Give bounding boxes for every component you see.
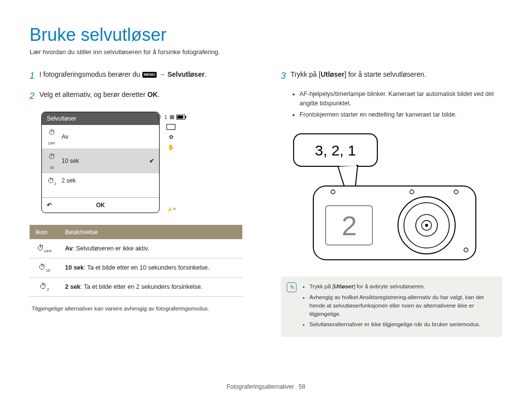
timer-status-icon: ⏱ — [157, 114, 162, 120]
step1-bold: Selvutløser — [167, 70, 204, 78]
page-subtitle: Lær hvordan du stiller inn selvutløseren… — [30, 48, 502, 56]
timer-10-icon: ⏱10 — [30, 258, 59, 278]
menu-row-label: 10 sek — [62, 157, 79, 164]
bubble-text: 3, 2, 1 — [315, 142, 356, 158]
macro-icon: ✿ — [169, 134, 173, 140]
step3-bold: Utløser — [321, 70, 344, 78]
ok-icon: OK — [147, 91, 158, 98]
row-rest: : Selvutløseren er ikke aktiv. — [73, 245, 149, 252]
table-head-icon: Ikon — [30, 225, 59, 239]
menu-footer: ↶ OK — [42, 197, 159, 213]
info-icon: ✎ — [287, 282, 297, 292]
front-screen-number: 2 — [341, 210, 357, 241]
burst-icon: ▦ — [169, 114, 174, 120]
list-item: AF-hjelpelys/timerlampe blinker. Kamerae… — [299, 90, 502, 108]
camera-menu-screenshot: Selvutløser ⏱OFF Av ⏱10 10 sek ✔ ⏱2 2 se… — [41, 112, 251, 213]
flash-auto-icon: ⚡ᴬ — [166, 207, 176, 213]
menu-row-label: 2 sek — [62, 177, 76, 184]
row-rest: : Ta et bilde etter en 10 sekunders fors… — [84, 264, 209, 271]
back-button[interactable]: ↶ — [47, 202, 76, 209]
footer-section: Fotograferingsalternativer — [227, 383, 294, 390]
battery-icon — [176, 115, 185, 120]
page-footer: Fotograferingsalternativer 58 — [0, 383, 532, 390]
table-row: ⏱10 10 sek: Ta et bilde etter en 10 seku… — [30, 258, 242, 278]
row-rest: : Ta et bilde etter en 2 sekunders forsi… — [80, 283, 202, 290]
table-row: ⏱OFF Av: Selvutløseren er ikke aktiv. — [30, 239, 242, 258]
options-table: Ikon Beskrivelse ⏱OFF Av: Selvutløseren … — [30, 225, 242, 297]
stabilizer-icon: ✋ — [167, 144, 174, 151]
timer-off-icon: ⏱OFF — [30, 239, 59, 258]
menu-row-off[interactable]: ⏱OFF Av — [42, 125, 159, 149]
row-bold: Av — [65, 245, 73, 252]
step2-post: . — [158, 91, 160, 98]
step3-bullets: AF-hjelpelys/timerlampe blinker. Kamerae… — [293, 90, 502, 119]
row-bold: 2 sek — [65, 283, 80, 290]
step-number: 1 — [30, 69, 39, 83]
menu-box: Selvutløser ⏱OFF Av ⏱10 10 sek ✔ ⏱2 2 se… — [41, 112, 160, 213]
right-column: 3 Trykk på [Utløser] for å starte selvut… — [281, 69, 502, 337]
menu-row-10sek[interactable]: ⏱10 10 sek ✔ — [42, 149, 159, 173]
shot-count: 1 — [164, 114, 167, 120]
menu-header: Selvutløser — [42, 112, 159, 125]
camera-illustration: 3, 2, 1 2 — [284, 132, 491, 265]
svg-point-10 — [425, 224, 428, 227]
timer-2-icon: ⏱2 — [47, 177, 57, 185]
menu-icon: MENU — [142, 72, 157, 78]
timer-2-icon: ⏱2 — [30, 278, 59, 297]
display-mode-icon — [166, 124, 175, 130]
side-status-icons: ⏱ 1 ▦ ✿ ✋ ⚡ᴬ — [165, 112, 177, 213]
menu-list: ⏱OFF Av ⏱10 10 sek ✔ ⏱2 2 sek — [42, 125, 159, 197]
arrow-icon: → — [159, 70, 167, 78]
step2-text: Velg et alternativ, og berør deretter — [39, 91, 147, 98]
check-icon: ✔ — [149, 157, 154, 164]
step-3: 3 Trykk på [Utløser] for å starte selvut… — [281, 69, 502, 83]
step1-post: . — [204, 70, 206, 78]
step1-pre: I fotograferingsmodus berører du — [39, 70, 142, 78]
row-bold: 10 sek — [65, 264, 84, 271]
step3-post: ] for å starte selvutløseren. — [344, 70, 426, 78]
step3-pre: Trykk på [ — [291, 70, 321, 78]
list-item: Selutløseralternativer er ikke tilgjenge… — [309, 320, 496, 329]
table-head-desc: Beskrivelse — [59, 225, 242, 239]
list-item: Trykk på [Utløser] for å avbryte selvutl… — [309, 282, 496, 291]
timer-off-icon: ⏱OFF — [47, 128, 57, 145]
list-item: Frontskjermen starter en nedtelling før … — [299, 110, 502, 120]
menu-row-label: Av — [62, 133, 68, 140]
table-row: ⏱2 2 sek: Ta et bilde etter en 2 sekunde… — [30, 278, 242, 297]
step-2: 2 Velg et alternativ, og berør deretter … — [30, 90, 251, 103]
ok-button[interactable]: OK — [76, 202, 125, 209]
list-item: Avhengig av hvilket Ansiktsregistrering-… — [309, 293, 496, 319]
page-title: Bruke selvutløser — [30, 25, 502, 45]
step-1: 1 I fotograferingsmodus berører du MENU … — [30, 69, 251, 83]
left-column: 1 I fotograferingsmodus berører du MENU … — [30, 69, 251, 337]
step-number: 2 — [30, 90, 39, 103]
timer-10-icon: ⏱10 — [47, 153, 57, 169]
page-number: 58 — [299, 383, 305, 390]
menu-row-2sek[interactable]: ⏱2 2 sek — [42, 173, 159, 189]
step-number: 3 — [281, 69, 291, 83]
footnote: Tilgjengelige alternativer kan variere a… — [32, 306, 251, 311]
info-box: ✎ Trykk på [Utløser] for å avbryte selvu… — [281, 277, 502, 337]
